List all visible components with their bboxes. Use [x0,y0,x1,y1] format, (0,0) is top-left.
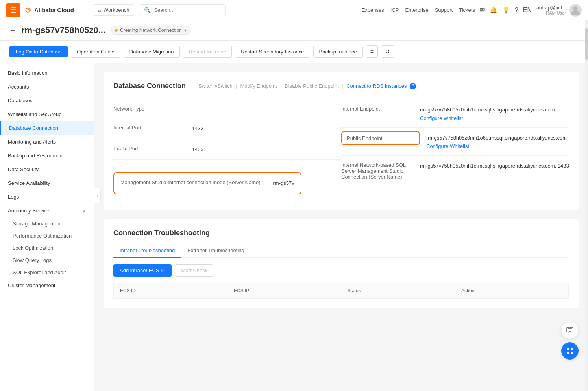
switch-vswitch-link[interactable]: Switch vSwitch [198,83,233,89]
mail-icon[interactable]: ✉ [480,6,485,14]
help-circle-icon[interactable]: ? [515,7,518,14]
nav-enterprise[interactable]: Enterprise [405,7,428,13]
connect-rds-link[interactable]: Connect to RDS Instances [346,83,407,89]
avatar[interactable] [569,4,582,17]
public-port-row: Public Port 1433 [113,139,341,160]
sidebar-item-backup[interactable]: Backup and Restoration [0,149,94,162]
back-button[interactable]: ← [9,26,17,35]
backup-instance-button[interactable]: Backup Instance [313,46,363,58]
disable-public-endpoint-link[interactable]: Disable Public Endpoint [285,83,338,89]
section-title: Database Connection [113,82,186,90]
help-icon[interactable]: ? [410,83,416,89]
public-endpoint-value: rm-gs57v758h05z0mh1o6o.mssql.singapore.r… [426,135,567,141]
sidebar-item-data-security[interactable]: Data Security [0,162,94,176]
sidebar-group-autonomy[interactable]: Autonomy Service ▲ [0,204,94,218]
more-actions-button[interactable]: ≡ [366,45,378,58]
nav-expenses[interactable]: Expenses [362,7,384,13]
search-bar[interactable]: 🔍 [139,4,226,16]
sidebar-item-basic-information[interactable]: Basic Information [0,66,94,80]
sidebar-collapse-button[interactable]: ‹ [94,188,101,203]
tab-extranet[interactable]: Extranet Troubleshooting [181,243,251,258]
internal-endpoint-value: rm-gs57v758h05z0mh1o.mssql.singapore.rds… [420,107,555,113]
management-studio-value: rm-gs57v [273,179,294,187]
svg-rect-1 [567,327,573,332]
add-intranet-ecs-ip-button[interactable]: Add intranet ECS IP [113,264,172,277]
scrollbar-thumb[interactable] [585,28,588,60]
configure-whitelist-2-link[interactable]: Configure Whitelist [426,143,569,149]
sidebar-sub-lock[interactable]: Lock Optimization [0,242,94,254]
sidebar-label-accounts: Accounts [8,84,29,90]
nav-tickets[interactable]: Tickets [459,7,475,13]
start-check-button: Start Check [175,264,213,277]
log-on-database-button[interactable]: Log On to Database [9,46,68,57]
search-input[interactable] [154,7,220,13]
divider-3: | [342,83,344,89]
restart-instance-button: Restart Instance [183,46,232,58]
network-type-label: Network Type [113,106,192,112]
chat-float-button[interactable] [561,322,579,339]
status-badge[interactable]: Creating Network Connection ▾ [110,26,191,35]
chevron-up-icon: ▲ [82,208,86,213]
table-header: ECS ID ECS IP Status Action [113,283,569,299]
workbench-button[interactable]: ⌂ Workbench [93,4,134,16]
sidebar-sub-slow-query[interactable]: Slow Query Logs [0,254,94,266]
internal-network-value: rm-gs57v758h05z0mh1o.mssql.singapore.rds… [420,162,569,170]
section-header: Database Connection Switch vSwitch | Mod… [113,82,569,90]
svg-rect-5 [571,348,573,350]
sidebar-item-service-availability[interactable]: Service Availability [0,176,94,190]
operation-guide-button[interactable]: Operation Guide [71,46,120,58]
sidebar-label-basic-information: Basic Information [8,70,47,76]
internal-endpoint-row: Internal Endpoint rm-gs57v758h05z0mh1o.m… [341,100,569,128]
management-studio-label: Management Studio Internet connection mo… [120,179,267,187]
nav-icp[interactable]: ICP [390,7,399,13]
management-studio-row: Management Studio Internet connection mo… [120,179,294,187]
svg-rect-4 [567,348,569,350]
instance-title: rm-gs57v758h05z0... [21,25,105,35]
public-port-label: Public Port [113,146,192,151]
hamburger-menu[interactable]: ☰ [6,3,20,17]
sidebar-item-cluster[interactable]: Cluster Management [0,278,94,292]
section-actions: Switch vSwitch | Modify Endpoint | Disab… [198,83,416,89]
modify-endpoint-link[interactable]: Modify Endpoint [240,83,277,89]
configure-whitelist-1-link[interactable]: Configure Whitelist [420,115,569,121]
sidebar-item-logs[interactable]: Logs [0,190,94,204]
sidebar: Basic Information Accounts Databases Whi… [0,63,94,391]
troubleshooting-title: Connection Troubleshooting [113,229,210,237]
management-studio-container: Management Studio Internet connection mo… [113,160,341,201]
action-toolbar: Log On to Database Operation Guide Datab… [0,41,588,63]
svg-rect-7 [571,352,573,354]
status-dot [115,29,118,32]
sidebar-item-monitoring[interactable]: Monitoring and Alerts [0,135,94,149]
internal-port-row: Internal Port 1433 [113,118,341,139]
restart-secondary-button[interactable]: Restart Secondary Instance [235,46,310,58]
database-connection-section: Database Connection Switch vSwitch | Mod… [104,72,579,210]
public-endpoint-row: Public Endpoint rm-gs57v758h05z0mh1o6o.m… [341,128,569,156]
user-area[interactable]: anhvtp@pet... RAM User [536,4,582,17]
database-migration-button[interactable]: Database Migration [124,46,180,58]
left-column: Network Type Internal Port 1433 Public P… [113,100,341,201]
sidebar-label-autonomy: Autonomy Service [8,208,50,214]
sidebar-label-monitoring: Monitoring and Alerts [8,139,56,145]
sidebar-sub-performance[interactable]: Performance Optimization [0,230,94,242]
refresh-button[interactable]: ↺ [381,45,394,58]
nav-support[interactable]: Support [435,7,453,13]
nav-links: Expenses ICP Enterprise Support Tickets [362,7,475,13]
sidebar-item-accounts[interactable]: Accounts [0,80,94,94]
language-icon[interactable]: EN [523,7,532,14]
page-wrapper: ← rm-gs57v758h05z0... Creating Network C… [0,20,588,391]
status-text: Creating Network Connection [120,28,182,33]
internal-port-label: Internal Port [113,125,192,131]
tab-intranet[interactable]: Intranet Troubleshooting [113,243,181,258]
apps-float-button[interactable] [561,342,579,360]
sidebar-item-databases[interactable]: Databases [0,94,94,107]
bulb-icon[interactable]: 💡 [502,6,510,14]
sidebar-item-database-connection[interactable]: Database Connection [0,121,94,135]
troubleshooting-section: Connection Troubleshooting Intranet Trou… [104,219,579,308]
bell-icon[interactable]: 🔔 [490,6,497,14]
sidebar-sub-sql-explorer[interactable]: SQL Explorer and Audit [0,266,94,278]
troubleshooting-header: Connection Troubleshooting [113,229,569,237]
sidebar-sub-storage[interactable]: Storage Management [0,218,94,230]
sidebar-label-data-security: Data Security [8,166,39,172]
sidebar-label-backup: Backup and Restoration [8,153,63,159]
sidebar-item-whitelist[interactable]: Whitelist and SecGroup [0,107,94,121]
